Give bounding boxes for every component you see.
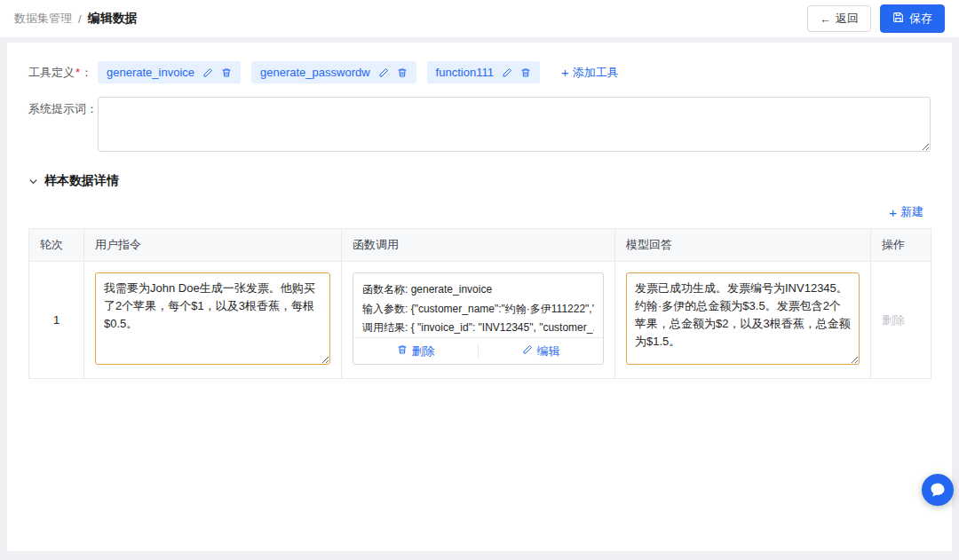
breadcrumb-current: 编辑数据: [88, 11, 138, 27]
new-sample-button[interactable]: + 新建: [884, 203, 929, 221]
label-colon: ：: [81, 66, 92, 79]
edit-tool-icon[interactable]: [502, 67, 512, 78]
function-result-line: 调用结果: { "invoice_id": "INV12345", "custo…: [362, 319, 594, 337]
add-tool-button[interactable]: + 添加工具: [556, 64, 624, 82]
sample-table: 轮次 用户指令 函数调用 模型回答 操作 1 我需要为John Doe生成一张发…: [28, 228, 931, 379]
col-header-model-response: 模型回答: [615, 229, 871, 262]
table-header-row: 轮次 用户指令 函数调用 模型回答 操作: [29, 229, 931, 262]
col-header-user-instruction: 用户指令: [84, 229, 342, 262]
tool-definition-row: 工具定义*： generate_invoice generate_passwor…: [28, 60, 931, 83]
plus-icon: +: [561, 66, 569, 79]
back-button-label: 返回: [836, 11, 859, 27]
system-prompt-textarea[interactable]: [98, 97, 931, 152]
plus-icon: +: [889, 206, 897, 219]
function-call-delete-button[interactable]: 删除: [353, 338, 478, 364]
function-call-box: 函数名称: generate_invoice 输入参数: {"customer_…: [353, 272, 604, 365]
system-prompt-row: 系统提示词：: [28, 97, 931, 152]
back-arrow-icon: ←: [820, 12, 831, 26]
breadcrumb-parent-link[interactable]: 数据集管理: [14, 11, 72, 27]
chat-bubble-icon: [929, 481, 947, 499]
function-call-cell: 函数名称: generate_invoice 输入参数: {"customer_…: [342, 262, 615, 379]
tool-definition-label: 工具定义*：: [28, 60, 98, 81]
row-delete-button[interactable]: 删除: [882, 313, 905, 327]
save-button-label: 保存: [909, 11, 932, 27]
delete-tool-icon[interactable]: [397, 67, 408, 78]
pencil-icon: [522, 344, 533, 358]
tool-chip-name: generate_passwordw: [260, 66, 370, 79]
function-name-line: 函数名称: generate_invoice: [362, 280, 594, 300]
function-call-edit-button[interactable]: 编辑: [479, 338, 603, 364]
add-tool-label: 添加工具: [573, 65, 619, 81]
content-card: 工具定义*： generate_invoice generate_passwor…: [7, 43, 952, 551]
tool-chip: generate_passwordw: [251, 61, 416, 83]
header-actions: ← 返回 保存: [807, 4, 945, 33]
sample-section-toggle[interactable]: 样本数据详情: [28, 173, 931, 189]
col-header-operation: 操作: [871, 229, 931, 262]
model-response-cell: 发票已成功生成。发票编号为INV12345。约翰·多伊的总金额为$3.5。发票包…: [615, 262, 871, 379]
sample-section-title: 样本数据详情: [44, 173, 119, 189]
edit-tool-icon[interactable]: [378, 67, 389, 78]
chevron-down-icon: [28, 177, 38, 186]
top-header: 数据集管理 / 编辑数据 ← 返回 保存: [0, 0, 959, 37]
tool-chip: function111: [427, 61, 540, 83]
new-row: + 新建: [28, 203, 929, 221]
breadcrumb: 数据集管理 / 编辑数据: [14, 11, 138, 27]
tool-definition-label-text: 工具定义: [28, 66, 75, 79]
chat-widget-button[interactable]: [922, 474, 954, 506]
col-header-function-call: 函数调用: [342, 229, 615, 262]
col-header-round: 轮次: [29, 229, 84, 262]
delete-tool-icon[interactable]: [520, 67, 531, 78]
tool-chip: generate_invoice: [98, 61, 241, 83]
system-prompt-label-text: 系统提示词: [28, 102, 86, 115]
user-instruction-textarea[interactable]: 我需要为John Doe生成一张发票。他购买了2个苹果，每个$1，以及3根香蕉，…: [95, 272, 330, 365]
tool-chip-list: generate_invoice generate_passwordw: [98, 60, 624, 83]
tool-chip-name: function111: [436, 66, 494, 79]
page: 数据集管理 / 编辑数据 ← 返回 保存 工具定义*：: [0, 0, 959, 560]
save-button[interactable]: 保存: [880, 4, 945, 33]
required-asterisk: *: [75, 66, 80, 79]
function-call-footer: 删除 编辑: [353, 337, 603, 364]
operation-cell: 删除: [871, 262, 931, 379]
save-icon: [892, 12, 904, 26]
model-response-textarea[interactable]: 发票已成功生成。发票编号为INV12345。约翰·多伊的总金额为$3.5。发票包…: [626, 272, 860, 365]
delete-tool-icon[interactable]: [221, 67, 232, 78]
new-sample-label: 新建: [900, 204, 923, 220]
edit-tool-icon[interactable]: [202, 67, 213, 78]
function-call-lines: 函数名称: generate_invoice 输入参数: {"customer_…: [353, 273, 603, 337]
function-params-line: 输入参数: {"customer_name":"约翰·多伊111222","i.…: [362, 300, 594, 319]
system-prompt-label: 系统提示词：: [28, 97, 98, 117]
back-button[interactable]: ← 返回: [807, 5, 871, 32]
user-instruction-cell: 我需要为John Doe生成一张发票。他购买了2个苹果，每个$1，以及3根香蕉，…: [84, 262, 342, 379]
trash-icon: [397, 344, 408, 358]
label-colon: ：: [86, 102, 98, 115]
function-call-delete-label: 删除: [412, 343, 435, 359]
table-row: 1 我需要为John Doe生成一张发票。他购买了2个苹果，每个$1，以及3根香…: [29, 262, 931, 379]
function-call-edit-label: 编辑: [537, 343, 560, 359]
round-cell: 1: [29, 262, 84, 379]
breadcrumb-separator: /: [78, 12, 82, 26]
tool-chip-name: generate_invoice: [107, 66, 194, 79]
